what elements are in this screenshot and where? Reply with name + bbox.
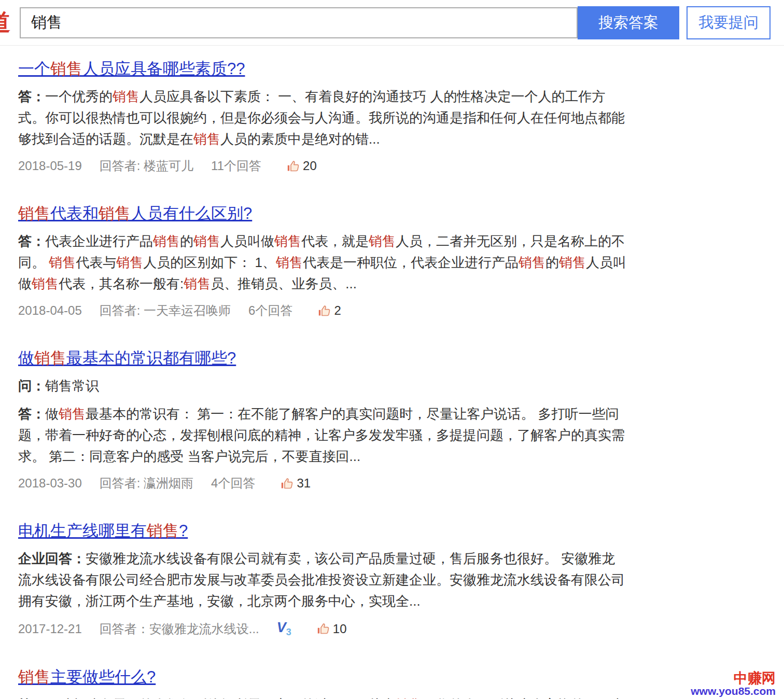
baidu-zhidao-logo[interactable]: 道 [0,9,15,36]
result-answerer: 回答者: 楼蓝可儿 [100,158,193,174]
result-date: 2017-12-21 [18,622,82,636]
keyword-highlight: 销售 [369,233,396,249]
snippet-line: 答：一个优秀的销售人员应具备以下素质： 一、有着良好的沟通技巧 人的性格决定一个… [18,86,628,150]
watermark-url: www.you85.com [691,686,776,697]
result-answerer: 回答者：安徽雅龙流水线设... [100,621,259,637]
search-result-item: 做销售最基本的常识都有哪些? 问：销售常识答：做销售最基本的常识有： 第一：在不… [18,348,628,492]
keyword-highlight: 销售 [193,131,220,147]
result-snippet: 企业回答：安徽雅龙流水线设备有限公司就有卖，该公司产品质量过硬，售后服务也很好。… [18,548,628,612]
snippet-line: 答：代表企业进行产品销售的销售人员叫做销售代表，就是销售人员，二者并无区别，只是… [18,231,628,295]
keyword-highlight: 销售 [18,668,50,686]
search-answers-button[interactable]: 搜索答案 [578,6,679,39]
likes: 20 [286,159,317,173]
likes: 10 [316,622,347,636]
result-meta: 2018-05-19 回答者: 楼蓝可儿 11个回答 20 [18,158,628,174]
result-title-link[interactable]: 销售主要做些什么? [18,667,156,688]
result-answerer: 回答者: 一天幸运召唤师 [100,302,231,319]
answer-label: 答： [18,697,45,699]
answer-label: 企业回答： [18,551,86,566]
result-date: 2018-03-30 [18,476,82,491]
result-snippet: 答：一个优秀的销售人员应具备以下素质： 一、有着良好的沟通技巧 人的性格决定一个… [18,86,628,150]
keyword-highlight: 销售 [519,255,545,270]
snippet-line: 答：一种帮助有需要的人们得到他们所需要东西的过程，而从事销售工作的人，则从这个交… [18,694,628,699]
keyword-highlight: 销售 [50,60,82,78]
v-level-badge: V3 [277,620,291,638]
search-result-item: 一个销售人员应具备哪些素质?? 答：一个优秀的销售人员应具备以下素质： 一、有着… [18,59,628,174]
keyword-highlight: 销售 [59,406,86,422]
keyword-highlight: 销售 [32,276,59,291]
likes-count: 10 [333,622,347,636]
result-answer-count: 4个回答 [211,475,255,492]
result-title-link[interactable]: 销售代表和销售人员有什么区别? [18,203,252,224]
keyword-highlight: 销售 [113,89,139,104]
result-title-link[interactable]: 一个销售人员应具备哪些素质?? [18,59,245,79]
snippet-line: 问：销售常识 [18,375,628,397]
keyword-highlight: 销售 [116,255,143,270]
thumbs-up-icon [286,159,300,173]
keyword-highlight: 销售 [147,522,179,540]
likes: 2 [317,303,341,318]
keyword-highlight: 销售 [396,697,423,699]
result-title-link[interactable]: 电机生产线哪里有销售? [18,521,188,541]
thumbs-up-icon [280,477,294,491]
results-list: 一个销售人员应具备哪些素质?? 答：一个优秀的销售人员应具备以下素质： 一、有着… [0,59,784,699]
result-meta: 2018-04-05 回答者: 一天幸运召唤师 6个回答 2 [18,302,628,319]
snippet-line: 企业回答：安徽雅龙流水线设备有限公司就有卖，该公司产品质量过硬，售后服务也很好。… [18,548,628,612]
keyword-highlight: 销售 [34,349,66,367]
result-snippet: 答：一种帮助有需要的人们得到他们所需要东西的过程，而从事销售工作的人，则从这个交… [18,694,628,699]
search-header: 道 搜索答案 我要提问 [0,0,784,46]
answer-label: 答： [18,89,45,104]
result-date: 2018-04-05 [18,303,82,318]
snippet-line: 答：做销售最基本的常识有： 第一：在不能了解客户的真实问题时，尽量让客户说话。 … [18,403,628,467]
result-snippet: 问：销售常识答：做销售最基本的常识有： 第一：在不能了解客户的真实问题时，尽量让… [18,375,628,467]
keyword-highlight: 销售 [18,204,50,222]
thumbs-up-icon [317,304,331,318]
keyword-highlight: 销售 [153,233,180,249]
search-result-item: 销售主要做些什么? 答：一种帮助有需要的人们得到他们所需要东西的过程，而从事销售… [18,667,628,699]
result-answer-count: 6个回答 [248,302,292,319]
result-meta: 2018-03-30 回答者: 瀛洲烟雨 4个回答 31 [18,475,628,492]
thumbs-up-icon [316,622,330,636]
result-snippet: 答：代表企业进行产品销售的销售人员叫做销售代表，就是销售人员，二者并无区别，只是… [18,231,628,295]
keyword-highlight: 销售 [559,255,586,270]
likes: 31 [280,476,311,491]
answer-label: 问： [18,378,45,394]
keyword-highlight: 销售 [184,276,211,291]
logo-glyph: 道 [0,9,10,35]
keyword-highlight: 销售 [99,204,131,222]
result-meta: 2017-12-21 回答者：安徽雅龙流水线设... V3 10 [18,620,628,638]
search-input[interactable] [20,7,578,38]
result-answerer: 回答者: 瀛洲烟雨 [100,475,193,492]
search-result-item: 销售代表和销售人员有什么区别? 答：代表企业进行产品销售的销售人员叫做销售代表，… [18,203,628,319]
keyword-highlight: 销售 [276,255,303,270]
answer-label: 答： [18,406,45,422]
search-result-item: 电机生产线哪里有销售? 企业回答：安徽雅龙流水线设备有限公司就有卖，该公司产品质… [18,521,628,638]
result-date: 2018-05-19 [18,159,82,173]
likes-count: 31 [297,476,311,491]
keyword-highlight: 销售 [49,255,76,270]
keyword-highlight: 销售 [274,233,301,249]
result-answer-count: 11个回答 [211,158,261,174]
watermark-title: 中赚网 [691,671,776,686]
result-title-link[interactable]: 做销售最基本的常识都有哪些? [18,348,236,369]
likes-count: 2 [334,303,341,318]
keyword-highlight: 销售 [193,233,220,249]
answer-label: 答： [18,233,45,249]
ask-question-button[interactable]: 我要提问 [687,6,771,39]
likes-count: 20 [303,159,317,173]
site-watermark: 中赚网 www.you85.com [691,671,776,697]
